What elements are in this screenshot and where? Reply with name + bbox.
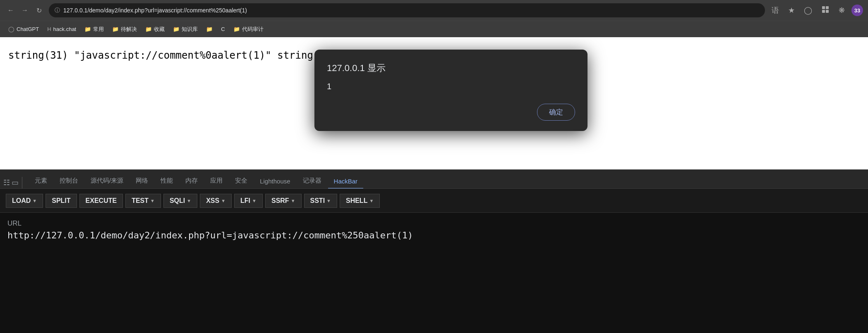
tab-memory[interactable]: 内存 [180,174,204,189]
bookmark-extra[interactable]: 📁 [203,24,216,34]
bookmark-knowledge[interactable]: 📁 知识库 [170,24,201,35]
star-icon[interactable]: ★ [786,4,797,17]
hackchat-icon: H [47,26,51,32]
folder-icon-2: 📁 [112,26,119,32]
bookmark-label: 收藏 [154,26,165,33]
hackbar-execute-button[interactable]: EXECUTE [79,194,123,208]
devtools-icons: ☷ ▭ [3,177,24,188]
tab-recorder[interactable]: 记录器 [297,174,327,189]
tab-application[interactable]: 应用 [204,174,228,189]
toolbar-right: 语 ★ ◯ ❋ 33 [769,4,863,17]
url-text: 127.0.0.1/demo/day2/index.php?url=javasc… [63,7,759,14]
hackbar-xss-button[interactable]: XSS ▼ [200,194,232,208]
tab-separator [22,177,22,188]
lock-icon: ⓘ [55,7,60,14]
media-icon[interactable]: ◯ [801,4,815,17]
bookmark-chatgpt[interactable]: ◯ ChatGPT [5,24,42,34]
bookmark-hackchat[interactable]: H hack.chat [44,24,79,34]
bookmark-label: 代码审计 [242,26,264,33]
browser-toolbar: ← → ↻ ⓘ 127.0.0.1/demo/day2/index.php?ur… [0,0,868,21]
devtools-tab-bar: ☷ ▭ 元素 控制台 源代码/来源 网络 性能 内存 应用 安全 Lightho… [0,170,868,189]
tab-sources[interactable]: 源代码/来源 [85,174,129,189]
bookmark-label: 待解决 [121,26,137,33]
hackbar-ssti-button[interactable]: SSTI ▼ [304,194,337,208]
forward-button[interactable]: → [19,5,31,16]
bookmark-c[interactable]: C [218,24,228,34]
hackbar-content: URL http://127.0.0.1/demo/day2/index.php… [0,213,868,333]
bookmark-label: 常用 [93,26,104,33]
alert-dialog: 127.0.0.1 显示 1 确定 [314,50,587,131]
shell-arrow-icon: ▼ [369,198,374,203]
svg-rect-3 [826,10,829,13]
alert-dialog-footer: 确定 [327,104,575,121]
folder-icon-1: 📁 [84,26,91,32]
svg-rect-2 [822,10,825,13]
xss-arrow-icon: ▼ [221,198,225,203]
load-arrow-icon: ▼ [32,198,37,203]
profile-avatar[interactable]: 33 [851,5,863,16]
reload-button[interactable]: ↻ [33,5,45,16]
bookmark-common[interactable]: 📁 常用 [81,24,107,35]
lfi-arrow-icon: ▼ [252,198,257,203]
hackbar-load-button[interactable]: LOAD ▼ [6,194,43,208]
address-bar[interactable]: ⓘ 127.0.0.1/demo/day2/index.php?url=java… [49,3,765,17]
folder-icon-3: 📁 [145,26,152,32]
folder-icon-5: 📁 [206,26,213,32]
tab-performance[interactable]: 性能 [155,174,179,189]
alert-ok-button[interactable]: 确定 [537,104,575,121]
hackbar-test-button[interactable]: TEST ▼ [125,194,161,208]
folder-icon-4: 📁 [173,26,180,32]
tab-hackbar[interactable]: HackBar [328,174,364,189]
hackbar-lfi-button[interactable]: LFI ▼ [234,194,263,208]
hackbar-split-button[interactable]: SPLIT [46,194,77,208]
extension-icon-1[interactable] [819,4,832,17]
bookmark-label: 知识库 [182,26,198,33]
ssrf-arrow-icon: ▼ [291,198,295,203]
tab-lighthouse[interactable]: Lighthouse [254,174,296,189]
hackbar-toolbar: LOAD ▼ SPLIT EXECUTE TEST ▼ SQLI ▼ XSS ▼… [0,189,868,213]
hackbar-ssrf-button[interactable]: SSRF ▼ [265,194,302,208]
bookmarks-bar: ◯ ChatGPT H hack.chat 📁 常用 📁 待解决 📁 收藏 📁 … [0,21,868,37]
browser-chrome: ← → ↻ ⓘ 127.0.0.1/demo/day2/index.php?ur… [0,0,868,37]
extension-icon-2[interactable]: ❋ [836,4,847,17]
test-arrow-icon: ▼ [150,198,155,203]
bookmark-pending[interactable]: 📁 待解决 [109,24,140,35]
tab-elements[interactable]: 元素 [29,174,53,189]
back-button[interactable]: ← [5,5,17,16]
hackbar-shell-button[interactable]: SHELL ▼ [340,194,380,208]
svg-rect-0 [822,6,825,9]
sqli-arrow-icon: ▼ [187,198,191,203]
bookmark-c-label: C [221,26,225,32]
translate-icon[interactable]: 语 [769,4,782,17]
chatgpt-icon: ◯ [8,26,14,32]
tab-console[interactable]: 控制台 [54,174,84,189]
tab-security[interactable]: 安全 [229,174,253,189]
hackbar-url-label: URL [7,219,861,228]
nav-buttons: ← → ↻ [5,5,45,16]
bookmark-label: ChatGPT [17,26,39,32]
bookmark-label: hack.chat [53,26,77,32]
alert-dialog-value: 1 [327,82,575,91]
devtools-mobile-icon[interactable]: ▭ [12,178,19,187]
page-content: string(31) "javascript://comment%0aalert… [0,37,868,169]
devtools-inspect-icon[interactable]: ☷ [3,178,10,187]
bookmark-code-review[interactable]: 📁 代码审计 [230,24,267,35]
folder-icon-6: 📁 [233,26,240,32]
hackbar-sqli-button[interactable]: SQLI ▼ [163,194,197,208]
tab-network[interactable]: 网络 [130,174,154,189]
ssti-arrow-icon: ▼ [326,198,331,203]
svg-rect-1 [826,6,829,9]
devtools-panel: ☷ ▭ 元素 控制台 源代码/来源 网络 性能 内存 应用 安全 Lightho… [0,169,868,333]
bookmark-favorites[interactable]: 📁 收藏 [142,24,168,35]
hackbar-url-value: http://127.0.0.1/demo/day2/index.php?url… [7,230,861,240]
alert-dialog-title: 127.0.0.1 显示 [327,62,575,74]
